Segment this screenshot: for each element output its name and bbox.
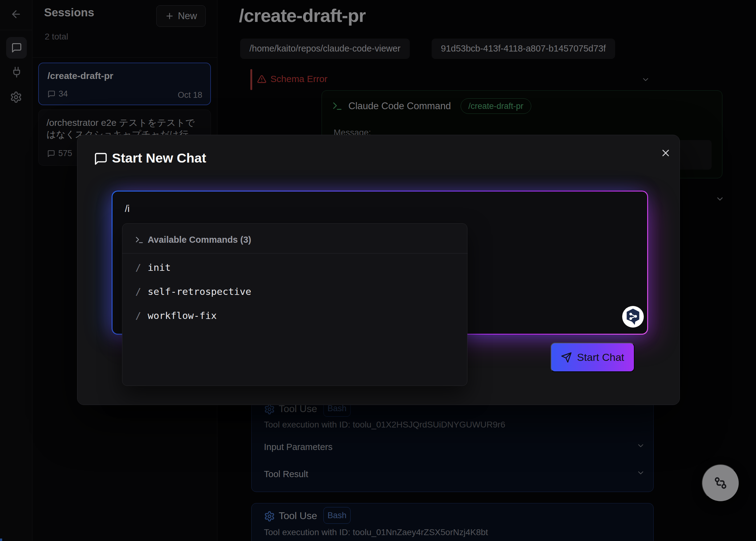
- close-button[interactable]: [658, 146, 673, 160]
- command-option-init[interactable]: / init: [123, 258, 468, 278]
- start-chat-label: Start Chat: [577, 351, 624, 363]
- command-option-self-retrospective[interactable]: / self-retrospective: [123, 281, 468, 302]
- command-prefix: /: [135, 310, 141, 321]
- start-chat-button[interactable]: Start Chat: [551, 343, 634, 372]
- terminal-icon: [135, 235, 144, 245]
- command-name: workflow-fix: [148, 310, 217, 321]
- app-root: Sessions New 2 total /create-draft-pr 34…: [0, 0, 756, 541]
- close-icon: [660, 148, 671, 159]
- modal-title: Start New Chat: [112, 151, 206, 166]
- chat-input-value: /i: [125, 203, 130, 214]
- app-logo-badge[interactable]: [622, 306, 644, 327]
- commands-dropdown: Available Commands (3) / init / self-ret…: [122, 223, 467, 386]
- dropdown-divider: [123, 253, 468, 254]
- message-square-icon: [94, 152, 108, 166]
- start-new-chat-modal: Start New Chat /i Available Commands (3)…: [77, 135, 680, 405]
- command-name: self-retrospective: [148, 286, 251, 297]
- available-commands-header: Available Commands (3): [148, 235, 251, 245]
- command-name: init: [148, 262, 171, 273]
- send-icon: [561, 352, 572, 363]
- command-prefix: /: [135, 286, 141, 297]
- command-option-workflow-fix[interactable]: / workflow-fix: [123, 306, 468, 326]
- command-prefix: /: [135, 262, 141, 273]
